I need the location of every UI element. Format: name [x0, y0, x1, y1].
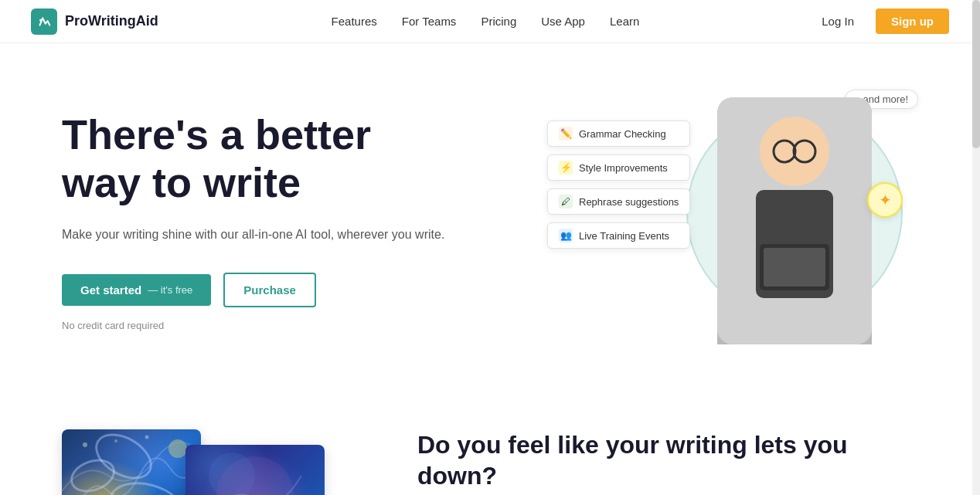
- person-silhouette: [717, 97, 872, 344]
- nav-for-teams[interactable]: For Teams: [402, 15, 457, 28]
- logo-text: ProWritingAid: [65, 13, 158, 29]
- feature-pills: ✏️ Grammar Checking ⚡ Style Improvements…: [547, 120, 690, 249]
- nav-use-app[interactable]: Use App: [541, 15, 585, 28]
- hero-subtitle: Make your writing shine with our all-in-…: [62, 225, 444, 245]
- logo-link[interactable]: ProWritingAid: [31, 8, 158, 35]
- art-cards: My idea in my head: [62, 429, 332, 495]
- free-text: — it's free: [148, 284, 192, 296]
- hero-illustration: ...and more! ✏️ Grammar Checking ⚡ Style…: [547, 90, 918, 352]
- pill-training: 👥 Live Training Events: [547, 222, 690, 249]
- pill-grammar: ✏️ Grammar Checking: [547, 120, 690, 147]
- scrollbar-thumb: [972, 0, 980, 148]
- signup-button[interactable]: Sign up: [876, 8, 949, 34]
- nav-pricing[interactable]: Pricing: [481, 15, 516, 28]
- svg-point-11: [83, 442, 87, 447]
- pill-rephrase-label: Rephrase suggestions: [579, 196, 679, 208]
- page-scrollbar[interactable]: [972, 0, 980, 495]
- no-credit-text: No credit card required: [62, 320, 444, 331]
- pain-section: My idea in my head Do you feel like your…: [0, 383, 980, 495]
- pill-rephrase: 🖊 Rephrase suggestions: [547, 188, 690, 215]
- svg-point-10: [168, 439, 187, 458]
- get-started-button[interactable]: Get started — it's free: [62, 274, 211, 306]
- login-button[interactable]: Log In: [812, 10, 863, 32]
- nav-features[interactable]: Features: [332, 15, 377, 28]
- hero-buttons: Get started — it's free Purchase: [62, 273, 444, 307]
- svg-point-1: [39, 19, 42, 21]
- hero-content: There's a better way to write Make your …: [62, 110, 444, 331]
- svg-rect-6: [764, 248, 825, 286]
- art-card-2: [185, 445, 325, 495]
- svg-point-13: [145, 436, 149, 439]
- svg-point-12: [114, 439, 117, 442]
- pill-training-label: Live Training Events: [579, 230, 669, 242]
- pill-grammar-label: Grammar Checking: [579, 128, 666, 140]
- art-card-1: [62, 429, 201, 495]
- art-card-2-inner: [185, 445, 325, 495]
- pill-style-label: Style Improvements: [579, 162, 668, 174]
- art-cards-container: My idea in my head: [62, 429, 356, 495]
- hero-title: There's a better way to write: [62, 110, 444, 206]
- rephrase-icon: 🖊: [559, 195, 573, 209]
- hero-sticker: ✦: [867, 182, 903, 218]
- pain-title: Do you feel like your writing lets you d…: [417, 429, 918, 491]
- hero-person: [717, 97, 872, 344]
- nav-learn[interactable]: Learn: [610, 15, 639, 28]
- style-icon: ⚡: [559, 161, 573, 175]
- pill-style: ⚡ Style Improvements: [547, 154, 690, 181]
- grammar-icon: ✏️: [559, 127, 573, 141]
- navbar-nav: Features For Teams Pricing Use App Learn: [332, 15, 640, 28]
- art-card-1-inner: [62, 429, 201, 495]
- purchase-button[interactable]: Purchase: [223, 273, 316, 307]
- training-icon: 👥: [559, 229, 573, 242]
- logo-icon: [31, 8, 57, 35]
- pain-text-container: Do you feel like your writing lets you d…: [417, 429, 918, 495]
- hero-section: There's a better way to write Make your …: [0, 43, 980, 383]
- navbar-actions: Log In Sign up: [812, 8, 949, 34]
- navbar: ProWritingAid Features For Teams Pricing…: [0, 0, 980, 43]
